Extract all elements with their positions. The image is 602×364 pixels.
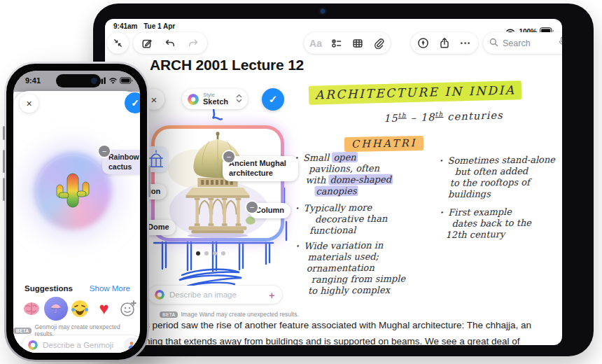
note-bullet: Typically more decorative than functiona… bbox=[295, 202, 432, 237]
image-variant-dots[interactable] bbox=[196, 251, 225, 255]
redo-icon[interactable] bbox=[184, 34, 202, 52]
front-camera bbox=[321, 9, 325, 13]
describe-genmoji-placeholder: Describe a Genmoji bbox=[43, 341, 119, 349]
image-wand-beta-note: BETA Image Wand may create unexpected re… bbox=[160, 311, 299, 318]
remove-description-button[interactable]: − bbox=[99, 146, 110, 157]
note-bullet: Small open pavilions, often with dome-sh… bbox=[295, 151, 432, 197]
chevron-up-down-icon bbox=[236, 93, 242, 106]
dimmed-background: 9:41 bbox=[13, 71, 140, 92]
close-icon: × bbox=[26, 98, 31, 109]
note-title: ARCH 2001 Lecture 12 bbox=[150, 57, 304, 74]
emoji-suggestions-row: ☂ ♥ bbox=[20, 297, 140, 321]
laughing-emoji[interactable] bbox=[68, 297, 92, 321]
markup-pen-icon[interactable] bbox=[414, 34, 433, 52]
checkmark-icon: ✓ bbox=[269, 93, 278, 106]
power-button bbox=[148, 165, 150, 197]
search-field[interactable]: Search bbox=[483, 32, 562, 54]
genmoji-beta-note: BETA Genmoji may create unexpected resul… bbox=[13, 323, 140, 337]
page-dot[interactable] bbox=[221, 251, 225, 255]
share-icon[interactable] bbox=[435, 34, 454, 52]
style-selector[interactable]: Style Sketch bbox=[182, 89, 248, 109]
handwritten-heading: ARCHITECTURE IN INDIA bbox=[309, 83, 522, 102]
beta-badge: BETA bbox=[160, 312, 178, 318]
attachment-icon[interactable] bbox=[370, 34, 388, 52]
describe-genmoji-input[interactable]: Describe a Genmoji bbox=[22, 335, 140, 353]
remove-tag-button[interactable]: − bbox=[246, 202, 258, 213]
search-icon bbox=[489, 37, 498, 50]
apple-intelligence-icon bbox=[155, 290, 164, 300]
handwritten-section-title: CHHATRI bbox=[344, 137, 424, 150]
accept-genmoji-button[interactable]: ✓ bbox=[125, 92, 140, 113]
iphone-screen: 9:41 × ✓ bbox=[13, 71, 140, 353]
minus-icon: − bbox=[102, 147, 106, 155]
describe-image-input[interactable]: Describe an image + bbox=[148, 286, 282, 304]
ipad-device: 9:41am Tue 1 Apr 100% bbox=[93, 4, 594, 356]
page-dot[interactable] bbox=[196, 251, 200, 255]
genmoji-preview-bubble[interactable] bbox=[36, 155, 109, 227]
tools-toolbar-group: ••• bbox=[411, 32, 478, 54]
style-value: Sketch bbox=[203, 98, 232, 106]
close-genmoji-button[interactable]: × bbox=[20, 94, 38, 113]
close-icon: × bbox=[151, 94, 158, 106]
more-options-button[interactable]: ••• bbox=[457, 34, 475, 52]
clock: 9:41 bbox=[25, 76, 41, 85]
rainbow-cactus-genmoji bbox=[55, 169, 91, 213]
describe-image-placeholder: Describe an image bbox=[169, 290, 260, 299]
notes-right-column: Sometimes stand-alone but often added to… bbox=[439, 154, 562, 241]
action-button bbox=[3, 126, 5, 140]
person-genmoji-button[interactable] bbox=[124, 337, 139, 353]
checklist-icon[interactable] bbox=[328, 34, 346, 52]
heart-emoji[interactable]: ♥ bbox=[92, 297, 116, 321]
text-format-button[interactable]: Aa bbox=[307, 34, 325, 52]
beta-text: Genmoji may create unexpected results. bbox=[34, 323, 140, 337]
note-body-line: ning that extends away from buildings an… bbox=[145, 336, 520, 345]
brain-emoji[interactable] bbox=[20, 297, 43, 321]
volume-down-button bbox=[3, 178, 5, 201]
edit-toolbar-group bbox=[133, 32, 207, 54]
person-icon bbox=[127, 340, 136, 350]
minus-icon: − bbox=[227, 153, 231, 161]
compose-icon[interactable] bbox=[138, 34, 156, 52]
style-label: Style bbox=[203, 92, 232, 98]
collapse-toolbar-button[interactable] bbox=[107, 32, 129, 54]
minus-icon: − bbox=[250, 203, 254, 211]
ipad-status-bar: 9:41am Tue 1 Apr bbox=[113, 22, 179, 30]
table-icon[interactable] bbox=[349, 34, 367, 52]
note-bullet: First example dates back to the 12th cen… bbox=[440, 206, 562, 241]
umbrella-genmoji[interactable]: ☂ bbox=[44, 297, 68, 321]
page-dot[interactable] bbox=[213, 251, 217, 255]
tag-ancient-mughal[interactable]: Ancient Mughal architecture bbox=[223, 156, 298, 181]
volume-up-button bbox=[3, 150, 5, 173]
note-body-line: s period saw the rise of another feature… bbox=[145, 320, 531, 330]
battery-icon bbox=[120, 77, 133, 84]
wifi-icon bbox=[108, 77, 118, 84]
clock: 9:41am bbox=[113, 22, 137, 30]
cellular-icon bbox=[96, 77, 106, 84]
dynamic-island bbox=[56, 74, 101, 88]
iphone-status-icons bbox=[96, 77, 133, 84]
search-placeholder: Search bbox=[503, 38, 554, 48]
beta-badge: BETA bbox=[13, 328, 31, 334]
format-toolbar-group: Aa bbox=[304, 32, 391, 54]
collapse-icon bbox=[109, 34, 127, 52]
ipad-screen: 9:41am Tue 1 Apr 100% bbox=[105, 19, 562, 345]
remove-tag-button[interactable]: − bbox=[223, 151, 234, 162]
apple-intelligence-icon bbox=[28, 340, 38, 350]
iphone-bezel: 9:41 × ✓ bbox=[6, 64, 147, 360]
note-bullet: Sometimes stand-alone but often added to… bbox=[439, 154, 562, 200]
handwritten-dates: 15th – 18th centuries bbox=[384, 109, 503, 125]
notes-left-column: Small open pavilions, often with dome-sh… bbox=[295, 151, 433, 297]
note-bullet: Wide variation in materials used; orname… bbox=[295, 239, 433, 297]
suggestions-label: Suggestions bbox=[24, 284, 73, 293]
accept-image-button[interactable]: ✓ bbox=[262, 88, 284, 111]
checkmark-icon: ✓ bbox=[131, 97, 139, 108]
show-more-link[interactable]: Show More bbox=[90, 284, 130, 293]
add-emoji-icon[interactable] bbox=[116, 297, 140, 321]
page-dot[interactable] bbox=[204, 251, 209, 255]
undo-icon[interactable] bbox=[161, 34, 179, 52]
style-palette-icon bbox=[188, 94, 199, 105]
beta-text: Image Wand may create unexpected results… bbox=[181, 311, 298, 318]
dictation-mic-icon[interactable] bbox=[559, 36, 562, 50]
date: Tue 1 Apr bbox=[144, 22, 175, 30]
add-image-prompt-button[interactable]: + bbox=[265, 288, 279, 302]
